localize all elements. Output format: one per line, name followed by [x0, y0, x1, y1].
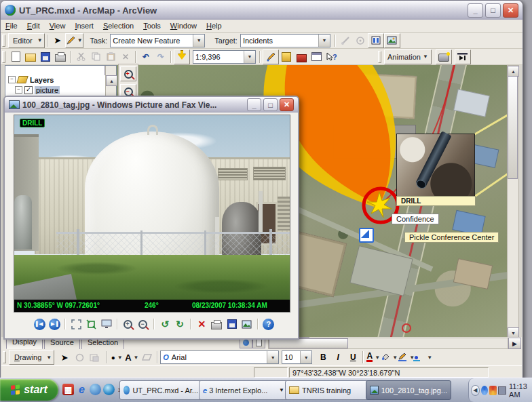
- start-button[interactable]: start: [0, 379, 58, 401]
- bold-button[interactable]: B: [316, 350, 330, 364]
- font-combo[interactable]: O Arial ▼: [160, 350, 279, 364]
- zoom-out-button[interactable]: −: [136, 317, 151, 331]
- taskbar-button-ie-group[interactable]: e 3 Internet Explo... ▼: [199, 380, 288, 400]
- map-hscrollbar[interactable]: [268, 338, 508, 349]
- drill-callout[interactable]: DRILL: [396, 196, 476, 206]
- viewer-close-button[interactable]: ✕: [280, 98, 294, 111]
- zoom-in-tool[interactable]: +: [120, 66, 136, 81]
- taskbar-button-arcmap[interactable]: UT_PRC.mxd - Ar...: [119, 380, 202, 400]
- map-inset-photo[interactable]: [396, 134, 475, 197]
- clock[interactable]: 11:13 AM: [509, 382, 532, 399]
- edit-tool-button[interactable]: ➤: [50, 34, 65, 47]
- fill-color-button[interactable]: ▼: [381, 350, 398, 364]
- rotate-ccw-button[interactable]: ↺: [157, 317, 172, 331]
- hscroll-right-button[interactable]: ▶: [508, 338, 521, 349]
- add-data-button[interactable]: [174, 49, 190, 64]
- arccatalog-button[interactable]: [279, 50, 294, 64]
- font-color-button[interactable]: A▼: [366, 350, 381, 364]
- taskbar-button-picture[interactable]: 100_2810_tag.jpg...: [366, 380, 451, 400]
- scale-combo[interactable]: 1:9,396 ▼: [193, 50, 256, 64]
- menu-insert[interactable]: Insert: [70, 20, 98, 31]
- chevron-down-icon[interactable]: ▼: [318, 35, 330, 47]
- marker-color-button[interactable]: ▼: [415, 350, 432, 364]
- viewer-maximize-button[interactable]: □: [263, 98, 278, 111]
- line-color-button[interactable]: ▼: [398, 350, 415, 364]
- menu-help[interactable]: Help: [202, 20, 227, 31]
- toolbar-grip[interactable]: [2, 51, 5, 63]
- toolbar-grip[interactable]: [378, 51, 381, 63]
- previous-image-button[interactable]: ▌◀: [32, 317, 47, 331]
- internet-explorer-icon[interactable]: e: [76, 384, 88, 395]
- animation-menu-button[interactable]: Animation▼: [384, 49, 432, 64]
- task-combo[interactable]: Create New Feature ▼: [110, 34, 205, 47]
- open-button[interactable]: [23, 50, 38, 64]
- best-fit-button[interactable]: [69, 317, 83, 331]
- actual-size-button[interactable]: [83, 317, 98, 331]
- scroll-up-button[interactable]: ▲: [508, 66, 519, 77]
- viewer-help-button[interactable]: ?: [261, 317, 276, 331]
- menu-view[interactable]: View: [45, 20, 71, 31]
- tray-collapse-chevron[interactable]: ◀: [471, 385, 480, 396]
- editor-toolbar-toggle-button[interactable]: [263, 49, 279, 64]
- rotate-cw-button[interactable]: ↻: [172, 317, 187, 331]
- map-vscrollbar[interactable]: ▲ ▼: [507, 65, 519, 339]
- tree-collapse-icon[interactable]: −: [15, 86, 22, 94]
- viewer-minimize-button[interactable]: _: [247, 98, 261, 111]
- toc-layer-label[interactable]: picture: [35, 86, 60, 94]
- chevron-down-icon[interactable]: ▼: [300, 351, 311, 363]
- marker-tool[interactable]: ●▼: [109, 350, 124, 364]
- arctoolbox-button[interactable]: [294, 50, 309, 64]
- tree-collapse-icon[interactable]: −: [8, 76, 16, 83]
- print-image-button[interactable]: [209, 317, 224, 331]
- close-button[interactable]: ✕: [503, 3, 518, 18]
- zoom-in-button[interactable]: +: [121, 317, 136, 331]
- toc-scroll-up[interactable]: ▲: [106, 75, 117, 86]
- maximize-button[interactable]: □: [485, 3, 501, 18]
- menu-edit[interactable]: Edit: [22, 20, 45, 31]
- google-earth-icon[interactable]: [103, 384, 115, 395]
- underline-button[interactable]: U: [345, 350, 360, 364]
- quicklaunch-app-icon[interactable]: ▦: [62, 384, 74, 395]
- text-tool[interactable]: A▼: [124, 350, 139, 364]
- sketch-properties-button[interactable]: [384, 33, 400, 48]
- chevron-down-icon[interactable]: ▼: [193, 35, 204, 47]
- confidence-callout[interactable]: Confidence: [392, 214, 439, 224]
- toolbar-grip[interactable]: [3, 351, 6, 363]
- hscroll-thumb[interactable]: [269, 338, 348, 348]
- save-image-button[interactable]: [225, 317, 240, 331]
- tray-display-icon[interactable]: [498, 386, 506, 395]
- menu-file[interactable]: File: [1, 20, 22, 31]
- whats-this-button[interactable]: ?: [324, 50, 339, 64]
- next-image-button[interactable]: ▶▐: [47, 317, 62, 331]
- toc-root-label[interactable]: Layers: [30, 76, 54, 84]
- animation-controls-button[interactable]: [455, 49, 471, 64]
- undo-button[interactable]: ↶: [138, 50, 153, 64]
- slideshow-button[interactable]: [99, 317, 114, 331]
- target-combo[interactable]: Incidents ▼: [240, 34, 330, 47]
- arcmap-titlebar[interactable]: UT_PRC.mxd - ArcMap - ArcView _ □ ✕: [1, 1, 522, 20]
- select-elements-tool[interactable]: ➤: [57, 350, 72, 364]
- desktop-icon[interactable]: [90, 384, 101, 395]
- taskbar-button-tnris[interactable]: TNRIS training: [285, 380, 369, 400]
- drawing-menu-button[interactable]: Drawing▼: [9, 350, 54, 365]
- italic-button[interactable]: I: [330, 350, 345, 364]
- delete-image-button[interactable]: ✕: [194, 317, 209, 331]
- tray-msn-icon[interactable]: [481, 386, 489, 395]
- menu-selection[interactable]: Selection: [98, 20, 138, 31]
- toolbar-grip[interactable]: [2, 35, 5, 47]
- menu-window[interactable]: Window: [166, 20, 202, 31]
- chevron-down-icon[interactable]: ▼: [267, 351, 278, 363]
- layer-checkbox[interactable]: ✓: [24, 86, 33, 94]
- minimize-button[interactable]: _: [468, 3, 483, 18]
- command-window-button[interactable]: [309, 50, 324, 64]
- animation-capture-button[interactable]: [436, 49, 452, 64]
- print-button[interactable]: [53, 50, 68, 64]
- attributes-button[interactable]: [368, 33, 384, 48]
- menu-tools[interactable]: Tools: [138, 20, 166, 31]
- tray-app-icon[interactable]: [489, 386, 497, 395]
- sketch-tool-button[interactable]: ▼: [65, 33, 83, 48]
- new-map-button[interactable]: [8, 50, 23, 64]
- editor-menu-button[interactable]: Editor▼: [8, 33, 45, 48]
- pickle-callout[interactable]: Pickle Conference Center: [404, 232, 499, 243]
- picture-point-symbol[interactable]: [359, 228, 374, 243]
